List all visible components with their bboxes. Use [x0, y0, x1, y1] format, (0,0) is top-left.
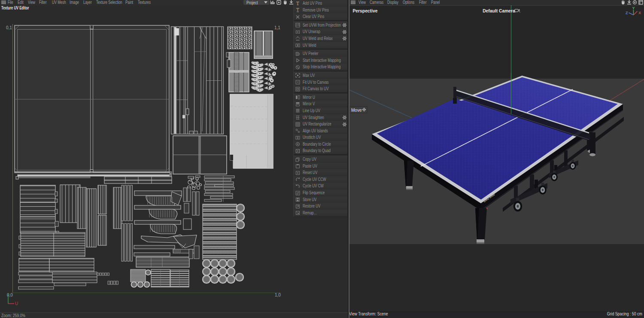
- svg-text:Perspective: Perspective: [352, 8, 377, 13]
- svg-text:Y: Y: [632, 6, 635, 10]
- svg-text:U: U: [15, 301, 18, 306]
- svg-text:Z: Z: [626, 11, 628, 15]
- svg-text:Default Camera: Default Camera: [483, 8, 515, 13]
- svg-text:X: X: [638, 11, 641, 15]
- svg-text:1,1: 1,1: [274, 25, 280, 30]
- svg-text:0,1: 0,1: [6, 25, 12, 30]
- svg-text:Move: Move: [351, 108, 362, 113]
- svg-text:1,0: 1,0: [275, 293, 281, 297]
- svg-text:Grid Spacing : 50 cm: Grid Spacing : 50 cm: [607, 311, 642, 316]
- svg-text:0,0: 0,0: [7, 293, 13, 297]
- svg-text:View Transform: Scene: View Transform: Scene: [349, 311, 388, 316]
